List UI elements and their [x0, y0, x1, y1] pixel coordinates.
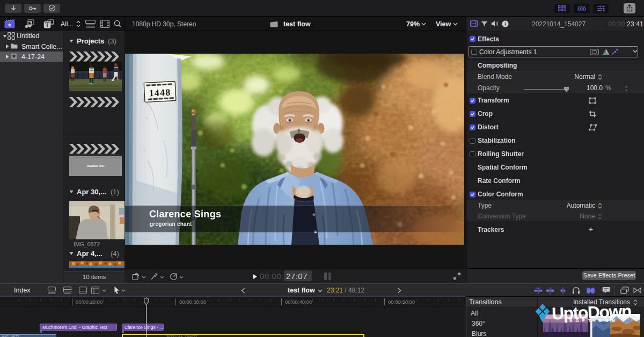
svg-text:1448: 1448 — [149, 86, 171, 98]
